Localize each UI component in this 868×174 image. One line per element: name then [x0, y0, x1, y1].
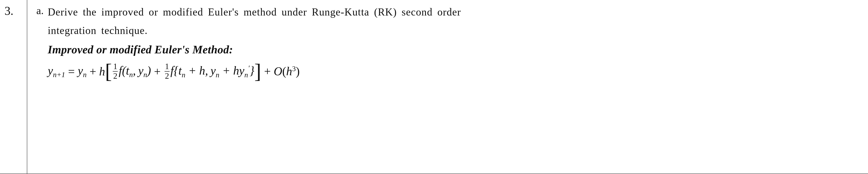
- sub-label-a: a.: [36, 4, 44, 17]
- formula-f2-sub3: n: [244, 71, 248, 79]
- formula-f2-sub: n: [182, 71, 185, 79]
- frac2-den: 2: [164, 72, 169, 81]
- formula-sub-n1: n+1: [53, 71, 65, 79]
- formula-f2-prime: ′: [248, 64, 250, 72]
- formula-f1: f(tn, yn): [119, 64, 151, 79]
- formula-yn: yn: [78, 64, 87, 79]
- formula-oh3-exp: 3: [292, 65, 296, 73]
- frac1-den: 2: [113, 72, 118, 81]
- formula-f1-sub: n: [129, 71, 133, 79]
- formula-yn1: yn+1: [48, 64, 65, 79]
- question-number: 3.: [4, 4, 13, 18]
- question-line1: Derive the improved or modified Euler's …: [48, 4, 859, 20]
- formula-f1-sub2: n: [144, 71, 147, 79]
- formula-sub-n: n: [83, 71, 87, 79]
- frac2-num: 1: [164, 62, 169, 72]
- formula-eq: =: [65, 65, 78, 78]
- formula-oh3: + O(h3): [261, 65, 300, 78]
- frac1: 1 2: [113, 62, 118, 80]
- formula-plush: + h: [87, 65, 105, 78]
- bracket-open: [: [105, 61, 112, 82]
- page-container: 3. a. Derive the improved or modified Eu…: [0, 0, 868, 174]
- frac2: 1 2: [164, 62, 169, 80]
- question-line2: integration technique.: [48, 23, 859, 38]
- content-column: a. Derive the improved or modified Euler…: [27, 0, 868, 174]
- formula-line: yn+1 = yn + h [ 1 2 f(tn, yn) +: [48, 61, 859, 82]
- formula-f2-sub2: n: [216, 71, 219, 79]
- formula-f2: f{tn + h, yn + hyn′}: [170, 64, 254, 79]
- formula-plus2: +: [151, 65, 163, 78]
- sub-content: Derive the improved or modified Euler's …: [48, 4, 859, 82]
- sub-item-a: a. Derive the improved or modified Euler…: [36, 4, 859, 82]
- bracket-close: ]: [254, 61, 261, 82]
- number-column: 3.: [0, 0, 27, 174]
- frac1-num: 1: [113, 62, 118, 72]
- method-title: Improved or modified Euler's Method:: [48, 43, 859, 56]
